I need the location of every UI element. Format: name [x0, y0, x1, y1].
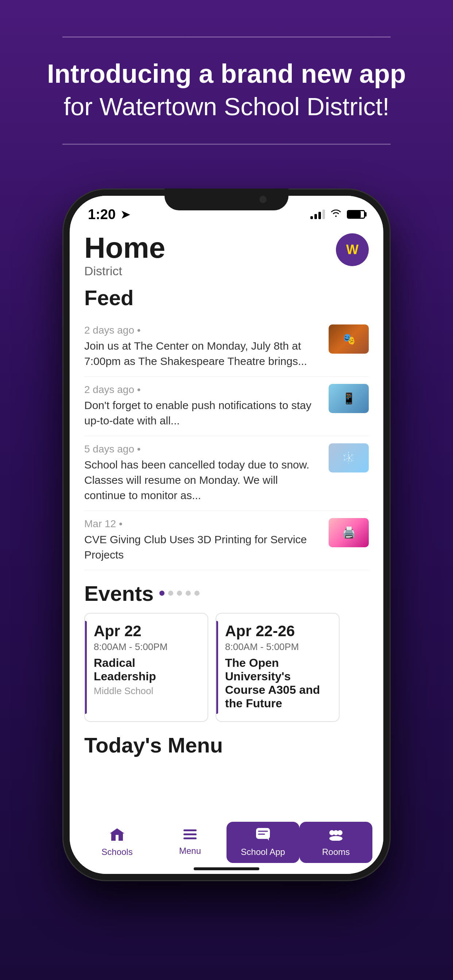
events-title: Events: [84, 581, 153, 606]
phone-notch: [164, 188, 289, 210]
events-dots: [160, 590, 199, 596]
event-name-2: The Open University's Course A305 and th…: [225, 656, 330, 710]
status-time: 1:20 ➤: [88, 207, 130, 223]
dot-2: [168, 590, 173, 596]
svg-rect-3: [183, 829, 196, 831]
feed-desc-2: Don't forget to enable push notification…: [84, 398, 321, 428]
nav-item-menu[interactable]: Menu: [153, 822, 226, 863]
wifi-icon: [330, 208, 342, 220]
status-icons: [310, 208, 365, 220]
dot-4: [186, 590, 191, 596]
event-card-2[interactable]: Apr 22-26 8:00AM - 5:00PM The Open Unive…: [215, 613, 340, 722]
feed-meta-1: 2 days ago •: [84, 325, 321, 336]
svg-rect-4: [183, 834, 196, 835]
rooms-icon: [327, 827, 344, 844]
svg-rect-5: [183, 837, 196, 839]
dot-1: [160, 590, 164, 596]
feed-desc-3: School has been cancelled today due to s…: [84, 457, 321, 503]
app-header: Home District W: [84, 226, 369, 285]
app-content: Home District W Feed 2 days ago •: [70, 226, 383, 761]
menu-icon: [183, 827, 196, 843]
dot-3: [177, 590, 182, 596]
event-time-1: 8:00AM - 5:00PM: [94, 641, 199, 652]
feed-desc-1: Join us at The Center on Monday, July 8t…: [84, 338, 321, 369]
nav-label-rooms: Rooms: [322, 847, 350, 857]
main-headline: Introducing a brand new app: [29, 59, 424, 88]
svg-point-11: [329, 836, 343, 841]
feed-thumb-2: [329, 384, 369, 413]
event-time-2: 8:00AM - 5:00PM: [225, 641, 330, 652]
nav-item-schools[interactable]: Schools: [81, 822, 153, 863]
header-section: Introducing a brand new app for Watertow…: [0, 0, 453, 167]
nav-item-rooms[interactable]: Rooms: [300, 822, 372, 863]
event-date-1: Apr 22: [94, 622, 199, 640]
feed-meta-3: 5 days ago •: [84, 443, 321, 455]
svg-marker-1: [110, 828, 124, 834]
feed-item-4[interactable]: Mar 12 • CVE Giving Club Uses 3D Printin…: [84, 511, 369, 570]
feed-thumb-3: [329, 443, 369, 473]
nav-label-menu: Menu: [179, 846, 201, 856]
events-row: Apr 22 8:00AM - 5:00PM Radical Leadershi…: [84, 613, 369, 722]
feed-item-1[interactable]: 2 days ago • Join us at The Center on Mo…: [84, 317, 369, 377]
app-subtitle: District: [84, 264, 165, 278]
app-title-block: Home District: [84, 233, 165, 278]
phone-camera: [259, 196, 266, 203]
location-icon: ➤: [121, 208, 130, 221]
svg-rect-6: [257, 828, 270, 838]
app-title: Home: [84, 233, 165, 262]
nav-label-schools: Schools: [101, 847, 132, 857]
feed-item-3[interactable]: 5 days ago • School has been cancelled t…: [84, 436, 369, 511]
phone-wrapper: 1:20 ➤: [62, 188, 391, 881]
signal-icon: [310, 210, 325, 219]
feed-meta-4: Mar 12 •: [84, 518, 321, 530]
svg-rect-2: [116, 835, 118, 841]
battery-icon: [347, 210, 365, 219]
nav-item-school-app[interactable]: School App: [226, 822, 300, 863]
home-indicator: [194, 867, 259, 870]
school-app-icon: [256, 827, 270, 844]
schools-icon: [110, 827, 124, 844]
divider-top: [62, 37, 391, 38]
district-avatar[interactable]: W: [336, 233, 369, 266]
event-name-1: Radical Leadership: [94, 656, 199, 683]
feed-thumb-4: [329, 518, 369, 547]
feed-section-title: Feed: [84, 285, 369, 310]
feed-meta-2: 2 days ago •: [84, 384, 321, 396]
feed-desc-4: CVE Giving Club Uses 3D Printing for Ser…: [84, 532, 321, 563]
event-date-2: Apr 22-26: [225, 622, 330, 640]
event-location-1: Middle School: [94, 686, 199, 697]
phone-frame: 1:20 ➤: [62, 188, 391, 881]
bottom-nav: Schools Menu: [70, 815, 383, 874]
event-card-1[interactable]: Apr 22 8:00AM - 5:00PM Radical Leadershi…: [84, 613, 208, 722]
feed-item-2[interactable]: 2 days ago • Don't forget to enable push…: [84, 377, 369, 436]
events-header: Events: [84, 581, 369, 606]
svg-point-10: [337, 830, 343, 835]
divider-bottom: [62, 144, 391, 145]
todays-menu-title: Today's Menu: [84, 733, 369, 757]
feed-thumb-1: [329, 325, 369, 354]
phone-screen: 1:20 ➤: [70, 196, 383, 874]
dot-5: [195, 590, 199, 596]
nav-label-school-app: School App: [241, 847, 285, 857]
main-subheadline: for Watertown School District!: [29, 92, 424, 122]
